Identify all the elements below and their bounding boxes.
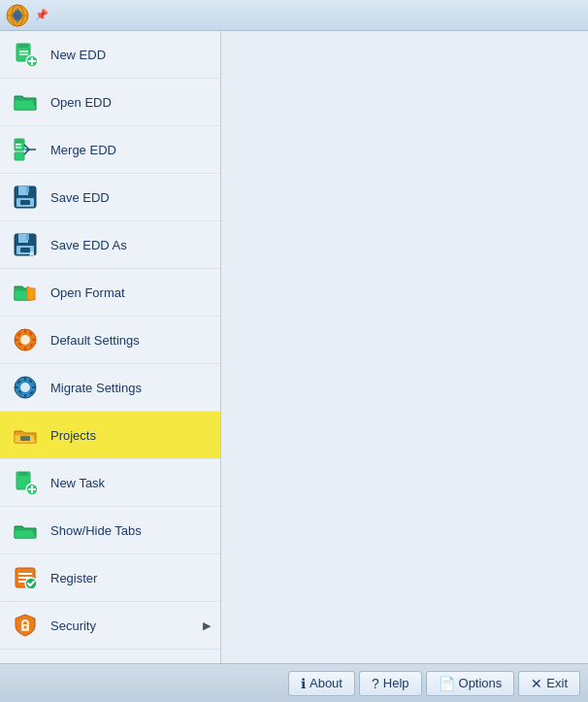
menu-item-save-edd[interactable]: Save EDD: [0, 174, 220, 221]
menu-item-new-task[interactable]: New Task: [0, 459, 220, 507]
menu-item-save-edd-as[interactable]: A Save EDD As: [0, 221, 220, 269]
svg-rect-19: [26, 186, 29, 192]
svg-point-29: [20, 335, 30, 345]
svg-rect-15: [15, 152, 24, 160]
svg-rect-42: [15, 386, 18, 388]
merge-edd-icon: [10, 134, 41, 165]
svg-rect-5: [18, 44, 28, 48]
new-task-icon: [10, 467, 41, 498]
default-settings-icon: [10, 324, 41, 355]
title-bar: 📌: [0, 0, 588, 31]
menu-item-security[interactable]: Security▶: [0, 602, 220, 650]
menu-panel: New EDD Open EDD Merge EDD Save EDD A Sa…: [0, 31, 221, 663]
menu-item-open-edd[interactable]: Open EDD: [0, 79, 220, 126]
save-edd-icon: [10, 182, 41, 213]
svg-text:A: A: [29, 250, 35, 258]
migrate-settings-icon: [10, 372, 41, 403]
menu-item-label-security: Security: [50, 618, 203, 633]
content-area: [221, 31, 588, 663]
menu-item-merge-edd[interactable]: Merge EDD: [0, 126, 220, 174]
menu-item-label-register: Register: [50, 571, 211, 585]
new-edd-icon: [10, 39, 41, 70]
open-edd-icon: [10, 86, 41, 117]
save-edd-as-icon: A: [10, 229, 41, 260]
app-logo: [6, 4, 29, 27]
help-icon: ?: [372, 676, 379, 691]
footer-about-button[interactable]: ℹAbout: [288, 671, 355, 696]
footer-exit-button[interactable]: ✕Exit: [518, 671, 580, 696]
menu-item-label-projects: Projects: [50, 428, 211, 443]
svg-point-39: [20, 383, 30, 392]
svg-rect-50: [18, 472, 28, 476]
svg-rect-40: [24, 377, 26, 381]
security-icon: [10, 610, 41, 641]
svg-rect-13: [16, 144, 21, 146]
menu-item-register[interactable]: Register: [0, 554, 220, 602]
menu-item-open-format[interactable]: Open Format: [0, 269, 220, 317]
menu-item-projects[interactable]: Projects: [0, 412, 220, 459]
menu-item-new-edd[interactable]: New EDD: [0, 31, 220, 79]
main-area: New EDD Open EDD Merge EDD Save EDD A Sa…: [0, 31, 588, 663]
show-hide-tabs-icon: [10, 515, 41, 546]
menu-item-label-save-edd-as: Save EDD As: [50, 238, 211, 252]
title-pin-icon: 📌: [35, 9, 49, 21]
footer-help-button[interactable]: ?Help: [359, 671, 422, 696]
menu-item-label-open-format: Open Format: [50, 285, 211, 300]
menu-item-label-migrate-settings: Migrate Settings: [50, 381, 211, 395]
svg-rect-31: [24, 347, 26, 351]
svg-point-60: [24, 626, 27, 629]
menu-item-label-new-task: New Task: [50, 476, 211, 490]
svg-rect-14: [16, 147, 21, 149]
submenu-arrow-icon: ▶: [203, 619, 211, 632]
footer-exit-label: Exit: [546, 676, 568, 690]
menu-item-default-settings[interactable]: Default Settings: [0, 317, 220, 364]
footer-options-button[interactable]: 📄Options: [426, 671, 515, 696]
exit-icon: ✕: [531, 676, 542, 691]
menu-item-label-default-settings: Default Settings: [50, 333, 211, 348]
svg-rect-24: [26, 234, 29, 240]
menu-item-label-open-edd: Open EDD: [50, 95, 211, 110]
svg-rect-43: [32, 386, 36, 388]
menu-item-show-hide-tabs[interactable]: Show/Hide Tabs: [0, 507, 220, 554]
menu-item-label-merge-edd: Merge EDD: [50, 143, 211, 157]
register-icon: [10, 562, 41, 593]
svg-rect-48: [20, 436, 30, 441]
svg-rect-30: [24, 329, 26, 333]
svg-rect-12: [16, 140, 23, 143]
footer-help-label: Help: [383, 676, 409, 690]
footer-bar: ℹAbout?Help📄Options✕Exit: [0, 663, 588, 702]
svg-rect-33: [32, 339, 36, 341]
menu-item-label-save-edd: Save EDD: [50, 190, 211, 205]
svg-rect-41: [24, 394, 26, 398]
options-icon: 📄: [439, 676, 455, 691]
svg-rect-21: [20, 200, 30, 205]
projects-icon: [10, 419, 41, 451]
info-icon: ℹ: [301, 676, 306, 691]
svg-rect-32: [15, 339, 18, 341]
footer-options-label: Options: [459, 676, 503, 690]
menu-item-label-new-edd: New EDD: [50, 48, 211, 62]
menu-item-migrate-settings[interactable]: Migrate Settings: [0, 364, 220, 412]
menu-item-label-show-hide-tabs: Show/Hide Tabs: [50, 523, 211, 538]
open-format-icon: [10, 277, 41, 308]
footer-about-label: About: [310, 676, 343, 690]
